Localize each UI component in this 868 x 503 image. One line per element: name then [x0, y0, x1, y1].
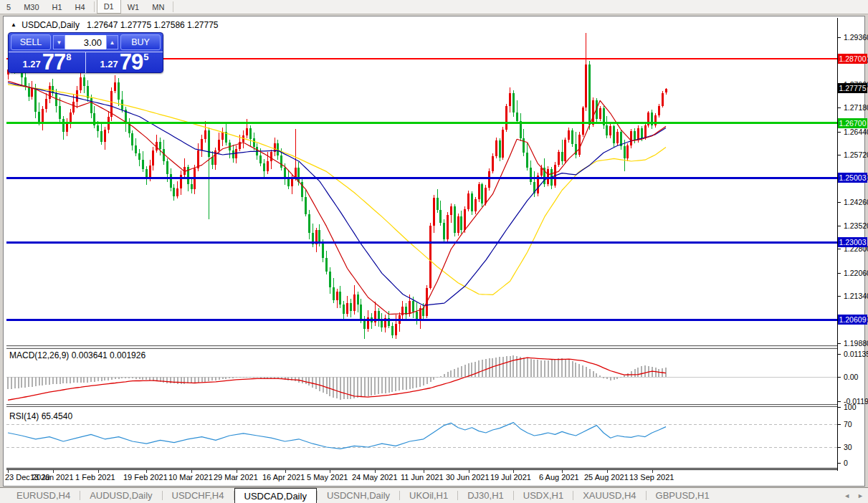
- symbol-tab-bar: EURUSD,H4AUDUSD,DailyUSDCHF,H4USDCAD,Dai…: [0, 487, 868, 503]
- timeframe-button-mn[interactable]: MN: [146, 0, 171, 14]
- buy-price-display[interactable]: 1.27 79 5: [86, 52, 163, 73]
- price-level-badge: 1.26700: [838, 118, 867, 128]
- date-axis-label: 19 Jul 2021: [490, 473, 531, 482]
- price-axis-tick: [837, 343, 841, 344]
- timeframe-button-w1[interactable]: W1: [121, 0, 146, 14]
- date-axis-label: 5 May 2021: [307, 473, 348, 482]
- tab-usdcnh-daily[interactable]: USDCNH,Daily: [318, 488, 399, 503]
- price-axis-label: 1.23520: [844, 221, 868, 230]
- price-axis-label: 1.27180: [844, 103, 868, 112]
- price-axis-label: 1.19880: [844, 339, 868, 348]
- date-axis-label: 30 Jun 2021: [446, 473, 490, 482]
- toolbar-separator: [173, 1, 173, 12]
- date-axis-label: 13 Sep 2021: [629, 473, 674, 482]
- chart-canvas[interactable]: [6, 18, 837, 469]
- rsi-axis-tick: [837, 447, 841, 448]
- date-axis-label: 25 Aug 2021: [584, 473, 629, 482]
- sell-price-big: 77: [42, 53, 65, 72]
- one-click-trade-panel: SELL ▼ ▲ BUY 1.27 77 8 1.27 79 5: [8, 32, 163, 73]
- volume-input[interactable]: [65, 35, 106, 49]
- sell-price-pip: 8: [66, 52, 71, 62]
- date-axis-label: 6 Aug 2021: [539, 473, 579, 482]
- chart-symbol-period: USDCAD,Daily: [22, 20, 80, 30]
- rsi-axis-tick: [837, 424, 841, 425]
- tab-usdchf-h4[interactable]: USDCHF,H4: [163, 488, 234, 503]
- macd-axis-tick: [837, 354, 841, 355]
- timeframe-toolbar: 5M30H1H4D1W1MN: [0, 0, 868, 14]
- timeframe-button-5[interactable]: 5: [0, 0, 17, 14]
- chart-title: ▲ USDCAD,Daily 1.27647 1.27775 1.27586 1…: [11, 20, 219, 30]
- date-axis-label: 16 Apr 2021: [262, 473, 305, 482]
- tab-ukoil-h1[interactable]: UKOil,H1: [400, 488, 457, 503]
- rsi-axis-tick: [837, 407, 841, 408]
- macd-axis-tick: [837, 377, 841, 378]
- price-axis-tick: [837, 226, 841, 226]
- timeframe-button-h4[interactable]: H4: [69, 0, 92, 14]
- price-level-badge: 1.28700: [838, 54, 867, 64]
- tab-audusd-daily[interactable]: AUDUSD,Daily: [80, 488, 161, 503]
- timeframe-button-d1[interactable]: D1: [97, 0, 121, 14]
- price-axis-tick: [837, 37, 841, 38]
- macd-indicator-label: MACD(12,26,9) 0.003641 0.001926: [9, 350, 146, 360]
- price-axis-tick: [837, 249, 841, 249]
- rsi-axis-tick: [837, 463, 841, 464]
- price-axis-label: 1.21340: [844, 292, 868, 300]
- volume-increase-button[interactable]: ▲: [106, 35, 118, 49]
- buy-price-pip: 5: [143, 52, 148, 62]
- price-axis-label: 1.29360: [844, 33, 868, 42]
- price-axis-tick: [837, 132, 841, 133]
- date-axis-label: 11 Jun 2021: [401, 473, 444, 482]
- price-axis-label: 1.26440: [844, 128, 868, 136]
- tab-scroll-left-icon[interactable]: ◄: [844, 492, 850, 499]
- volume-decrease-button[interactable]: ▼: [53, 35, 65, 49]
- toolbar-separator: [94, 1, 95, 12]
- tab-dj30-h1[interactable]: DJ30,H1: [458, 488, 513, 503]
- date-axis-label: 19 Feb 2021: [123, 473, 168, 482]
- price-level-badge: 1.23003: [838, 237, 867, 247]
- price-axis-label: 1.24260: [844, 198, 868, 206]
- date-axis-label: 10 Mar 2021: [168, 473, 213, 482]
- rsi-axis-label: 30: [844, 443, 868, 451]
- buy-price-big: 79: [120, 53, 143, 72]
- price-level-badge: 1.27775: [838, 83, 867, 93]
- price-axis-label: 1.25720: [844, 150, 868, 159]
- sell-price-display[interactable]: 1.27 77 8: [9, 52, 86, 73]
- tab-usdcad-daily[interactable]: USDCAD,Daily: [234, 488, 317, 503]
- tab-xauusd-h4[interactable]: XAUUSD,H4: [573, 488, 645, 503]
- price-axis-label: 1.22060: [844, 269, 868, 277]
- date-axis-label: 1 Feb 2021: [75, 473, 115, 482]
- timeframe-button-m30[interactable]: M30: [17, 0, 45, 14]
- timeframe-button-h1[interactable]: H1: [46, 0, 69, 14]
- tab-usdx-h1[interactable]: USDX,H1: [514, 488, 573, 503]
- date-axis-label: 24 May 2021: [352, 473, 398, 482]
- price-level-badge: 1.20609: [838, 315, 867, 325]
- chart-ohlc-values: 1.27647 1.27775 1.27586 1.27775: [87, 20, 219, 30]
- sell-button[interactable]: SELL: [11, 34, 51, 50]
- rsi-axis-label: 70: [844, 420, 868, 428]
- price-level-badge: 1.25003: [838, 173, 867, 183]
- chart-window: ▲ USDCAD,Daily 1.27647 1.27775 1.27586 1…: [3, 16, 865, 487]
- macd-axis-tick: [837, 401, 841, 402]
- sell-price-prefix: 1.27: [22, 57, 40, 72]
- date-axis-label: 29 Mar 2021: [214, 473, 258, 482]
- rsi-indicator-label: RSI(14) 65.4540: [9, 411, 72, 421]
- tab-scroll-right-icon[interactable]: ►: [857, 492, 864, 499]
- price-axis-tick: [837, 296, 841, 297]
- date-axis-label: 13 Jan 2021: [30, 473, 74, 482]
- collapse-icon[interactable]: ▲: [11, 21, 16, 28]
- price-axis-tick: [837, 107, 841, 108]
- macd-axis-label: 0.00: [844, 373, 868, 381]
- tab-gbpusd-h1[interactable]: GBPUSD,H1: [647, 488, 719, 503]
- rsi-axis-label: 0: [844, 459, 868, 467]
- price-axis-tick: [837, 273, 841, 274]
- chart-bottom-border: [6, 469, 838, 470]
- tab-eurusd-h4[interactable]: EURUSD,H4: [7, 488, 80, 503]
- buy-price-prefix: 1.27: [100, 57, 118, 72]
- rsi-axis-label: 100: [844, 403, 868, 411]
- price-axis-tick: [837, 155, 841, 155]
- buy-button[interactable]: BUY: [120, 34, 161, 50]
- macd-axis-label: 0.01135: [844, 350, 868, 358]
- price-axis-tick: [837, 202, 841, 203]
